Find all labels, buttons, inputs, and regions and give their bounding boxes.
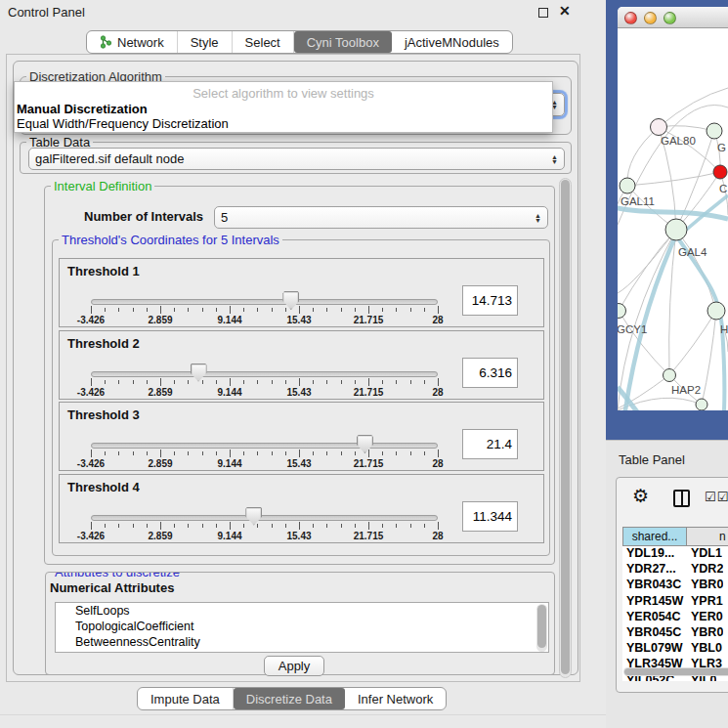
table-horizontal-scrollbar[interactable] (623, 667, 728, 676)
network-edge[interactable] (659, 88, 728, 127)
threshold-label: Threshold 3 (67, 407, 140, 422)
slider-track[interactable] (91, 443, 438, 449)
slider-tick (160, 522, 161, 530)
tab-label: jActiveMNodules (405, 35, 499, 50)
gear-icon[interactable]: ⚙ (632, 485, 649, 507)
network-node-g[interactable] (707, 123, 722, 139)
slider-thumb[interactable] (245, 507, 262, 526)
node-attribute-table[interactable]: shared... n YDL19...YDL1YDR27...YDR2YBR0… (622, 527, 728, 681)
scrollbar-thumb[interactable] (561, 180, 570, 674)
slider-tick (355, 380, 356, 384)
network-node-label: HAP2 (671, 384, 701, 396)
slider-thumb[interactable] (191, 364, 207, 382)
slider-track[interactable] (91, 371, 438, 377)
column-header-name[interactable]: n (687, 527, 728, 546)
attributes-list-scrollbar[interactable] (536, 604, 547, 652)
slider-tick-label: 21.715 (354, 531, 384, 541)
table-row[interactable]: YER054CYER0 (622, 610, 728, 625)
slider-tick (382, 524, 383, 528)
slider-tick (188, 524, 189, 528)
interval-definition-group: Interval Definition Number of Intervals … (44, 186, 555, 565)
table-row[interactable]: YBR043CYBR0 (622, 578, 728, 593)
tab-impute-data[interactable]: Impute Data (138, 688, 234, 709)
apply-button[interactable]: Apply (264, 656, 324, 676)
table-row[interactable]: YPR145WYPR1 (622, 594, 728, 610)
network-edge[interactable] (702, 311, 716, 405)
slider-tick (368, 450, 369, 457)
slider-tick (133, 308, 134, 312)
tab-infer-network[interactable]: Infer Network (345, 688, 446, 709)
threshold-value-field[interactable]: 6.316 (462, 358, 518, 388)
scrollbar-thumb[interactable] (537, 605, 546, 648)
network-edge-thick[interactable] (621, 235, 676, 410)
number-of-intervals-combobox[interactable]: 5 ▲▼ (214, 206, 548, 229)
close-traffic-light[interactable] (624, 12, 637, 24)
tab-cyni-toolbox[interactable]: Cyni Toolbox (294, 31, 392, 53)
network-edge-thick[interactable] (618, 387, 657, 410)
network-node-c[interactable] (713, 165, 727, 179)
zoom-traffic-light[interactable] (664, 12, 676, 24)
table-row[interactable]: YDL19...YDL1 (622, 546, 728, 562)
column-header-shared-name[interactable]: shared... (622, 527, 687, 546)
network-edge[interactable] (619, 230, 676, 311)
minimize-traffic-light[interactable] (644, 12, 657, 24)
main-vertical-scrollbar[interactable] (559, 178, 572, 678)
split-column-icon[interactable] (673, 490, 690, 507)
table-row[interactable]: YBL079WYBL0 (622, 641, 728, 657)
attribute-list-item[interactable]: BetweennessCentrality (56, 634, 548, 650)
scrollbar-thumb[interactable] (624, 668, 728, 675)
slider-track[interactable] (91, 299, 438, 305)
table-data-combobox[interactable]: galFiltered.sif default node ▲▼ (28, 148, 565, 170)
slider-tick (285, 380, 286, 384)
close-icon[interactable]: ✕ (559, 3, 571, 19)
network-edge[interactable] (627, 127, 659, 186)
network-node-gal80[interactable] (651, 119, 667, 136)
interval-definition-label: Interval Definition (51, 179, 154, 193)
network-canvas[interactable]: GAL80GCGAL11GAL4GCY1HHAP2 (618, 28, 728, 410)
tab-jactivemnodules[interactable]: jActiveMNodules (392, 31, 512, 53)
network-node-gal4[interactable] (665, 219, 687, 240)
slider-tick (326, 380, 327, 384)
slider-tick (396, 308, 397, 312)
slider-tick (438, 306, 439, 314)
slider-tick-label: 2.859 (148, 458, 172, 469)
tab-select[interactable]: Select (233, 31, 294, 53)
network-node-h[interactable] (707, 302, 725, 320)
network-node[interactable] (696, 399, 707, 410)
tab-discretize-data[interactable]: Discretize Data (234, 688, 345, 709)
tab-style[interactable]: Style (178, 31, 233, 53)
slider-tick (230, 522, 231, 530)
slider-tick (355, 308, 356, 312)
table-panel: ⚙ ☑☑ shared... n YDL19...YDL1YDR27...YDR… (616, 477, 728, 693)
checked-box-icons[interactable]: ☑☑ (705, 490, 728, 504)
slider-thumb[interactable] (357, 435, 373, 453)
table-row[interactable]: YDR27...YDR2 (622, 562, 728, 578)
network-window-titlebar[interactable] (618, 7, 728, 28)
attributes-group-label: Attributes to discretize (52, 572, 183, 579)
slider-tick (91, 522, 92, 530)
attribute-list-item[interactable]: TopologicalCoefficient (56, 619, 548, 634)
network-node-hap2[interactable] (664, 369, 676, 382)
slider-track[interactable] (91, 515, 438, 521)
slider-tick (216, 451, 217, 455)
slider-tick (118, 380, 119, 384)
tab-network[interactable]: Network (87, 31, 178, 53)
slider-tick-label: 15.43 (286, 531, 311, 541)
numerical-attributes-list[interactable]: SelfLoopsTopologicalCoefficientBetweenne… (55, 602, 549, 653)
dropdown-option-manual[interactable]: Manual Discretization (17, 102, 148, 116)
network-node-gcy1[interactable] (618, 304, 626, 319)
table-row[interactable]: YBR045CYBR0 (622, 625, 728, 641)
slider-tick (299, 306, 300, 314)
threshold-value-field[interactable]: 11.344 (462, 501, 518, 532)
attribute-list-item[interactable]: SelfLoops (56, 603, 548, 619)
network-node-gal11[interactable] (620, 178, 635, 193)
table-panel-title: Table Panel (619, 452, 685, 467)
threshold-value-field[interactable]: 21.4 (462, 429, 518, 459)
dropdown-option-equal-width[interactable]: Equal Width/Frequency Discretization (17, 116, 229, 131)
slider-tick-label: 15.43 (286, 458, 311, 469)
float-icon[interactable] (538, 8, 548, 18)
network-window-frame: GAL80GCGAL11GAL4GCY1HHAP2 (606, 0, 728, 440)
threshold-value-field[interactable]: 14.713 (462, 285, 518, 316)
slider-tick (257, 380, 258, 384)
slider-tick (216, 308, 217, 312)
